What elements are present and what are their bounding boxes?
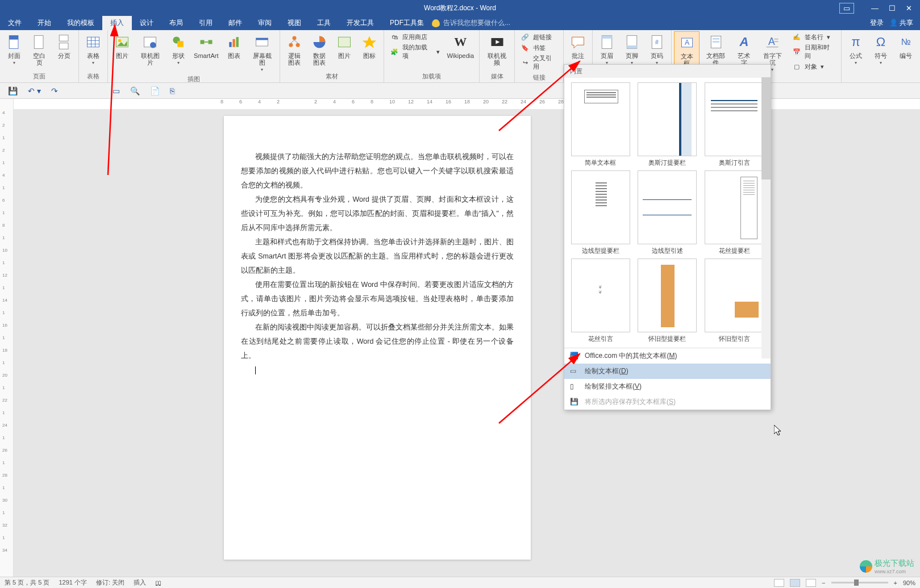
login-link[interactable]: 登录: [870, 18, 884, 28]
lang-indicator[interactable]: 🕮: [155, 579, 161, 586]
page-break-button[interactable]: 分页: [52, 31, 76, 61]
tab-design[interactable]: 设计: [132, 16, 161, 30]
gallery-item-label: 奥斯汀引言: [719, 159, 750, 167]
svg-rect-35: [602, 36, 613, 39]
gallery-scrollbar[interactable]: [761, 77, 771, 358]
symbol-button[interactable]: Ω符号▾: [869, 31, 893, 67]
picture-button[interactable]: 图片: [110, 31, 134, 61]
comment-button[interactable]: 批注: [566, 31, 590, 61]
equation-button[interactable]: π公式▾: [844, 31, 868, 67]
title-bar: Word教程2.docx - Word ▭ — ☐ ✕: [0, 0, 920, 16]
svg-rect-37: [627, 45, 638, 48]
footer-button[interactable]: 页脚▾: [620, 31, 644, 67]
addin-icon: 🧩: [390, 47, 399, 56]
online-video-button[interactable]: 联机视频: [482, 31, 512, 68]
maximize-icon[interactable]: ☐: [889, 4, 896, 12]
gallery-item-8[interactable]: 怀旧型引言: [701, 257, 767, 344]
zoom-in-button[interactable]: +: [894, 579, 897, 586]
tab-home[interactable]: 开始: [30, 16, 59, 30]
gallery-item-4[interactable]: 边线型引述: [635, 169, 701, 256]
object-button[interactable]: ▢对象 ▾: [792, 62, 835, 71]
data-chart-button[interactable]: 数据 图表: [307, 31, 331, 68]
gallery-item-1[interactable]: 奥斯汀提要栏: [635, 81, 701, 168]
tab-developer[interactable]: 开发工具: [339, 16, 382, 30]
tell-me[interactable]: 告诉我您想要做什么...: [432, 16, 510, 30]
chart-button[interactable]: 图表: [222, 31, 246, 61]
revision-status[interactable]: 修订: 关闭: [96, 578, 124, 587]
tab-insert[interactable]: 插入: [102, 16, 132, 30]
page[interactable]: 视频提供了功能强大的方法帮助您证明您的观点。当您单击联机视频时，可以在想要添加的…: [224, 116, 531, 560]
redo-icon[interactable]: ↷: [51, 86, 58, 95]
tab-tools[interactable]: 工具: [309, 16, 339, 30]
tab-view[interactable]: 视图: [280, 16, 309, 30]
logic-chart-button[interactable]: 逻辑 图表: [282, 31, 306, 68]
blank-page-button[interactable]: 空白页: [27, 31, 52, 68]
svg-rect-18: [208, 40, 212, 44]
svg-rect-22: [236, 37, 238, 47]
signature-button[interactable]: ✍签名行 ▾: [792, 32, 835, 41]
word-count[interactable]: 1291 个字: [59, 578, 87, 587]
gallery-item-3[interactable]: 边线型提要栏: [568, 169, 634, 256]
tab-file[interactable]: 文件: [0, 16, 30, 30]
tab-mail[interactable]: 邮件: [220, 16, 250, 30]
header-button[interactable]: 页眉▾: [595, 31, 619, 67]
tab-references[interactable]: 引用: [191, 16, 220, 30]
insert-mode[interactable]: 插入: [134, 578, 146, 587]
gallery-item-0[interactable]: 简单文本框: [568, 81, 634, 168]
zoom-slider[interactable]: [831, 582, 888, 583]
tab-pdf[interactable]: PDF工具集: [382, 16, 432, 30]
close-icon[interactable]: ✕: [906, 4, 912, 12]
gallery-item-2[interactable]: 奥斯汀引言: [701, 81, 767, 168]
bookmark-button[interactable]: 🔖书签: [521, 43, 557, 52]
online-picture-button[interactable]: 联机图片: [135, 31, 165, 68]
minimize-icon[interactable]: —: [871, 4, 879, 12]
page-scroll[interactable]: 视频提供了功能强大的方法帮助您证明您的观点。当您单击联机视频时，可以在想要添加的…: [14, 99, 920, 577]
share-button[interactable]: 👤 共享: [889, 18, 913, 28]
icon-button[interactable]: 图标: [357, 31, 381, 61]
hyperlink-button[interactable]: 🔗超链接: [521, 32, 557, 41]
screenshot-button[interactable]: 屏幕截图▾: [247, 31, 277, 74]
save-icon[interactable]: 💾: [8, 86, 18, 95]
page-number-button[interactable]: #页码▾: [645, 31, 669, 67]
qat-btn-3[interactable]: 📄: [150, 86, 160, 95]
crossref-button[interactable]: ↪交叉引用: [521, 54, 557, 71]
svg-point-14: [150, 42, 156, 48]
zoom-level[interactable]: 90%: [903, 579, 915, 586]
vertical-ruler[interactable]: 4212141618110112114116118120122124126128…: [0, 99, 14, 577]
more-textboxes-menuitem[interactable]: 🟦 Office.com 中的其他文本框(M) ▶: [564, 348, 771, 364]
page-indicator[interactable]: 第 5 页，共 5 页: [5, 578, 49, 587]
shapes-button[interactable]: 形状▾: [166, 31, 190, 67]
cover-page-button[interactable]: 封面▾: [2, 31, 26, 67]
material-picture-button[interactable]: 图片: [332, 31, 356, 61]
svg-rect-2: [34, 36, 43, 49]
read-mode-button[interactable]: [774, 579, 784, 587]
print-layout-button[interactable]: [790, 579, 800, 587]
tab-template[interactable]: 我的模板: [59, 16, 102, 30]
table-button[interactable]: 表格▾: [81, 31, 105, 67]
my-addins-button[interactable]: 🧩我的加载项 ▾: [390, 43, 440, 60]
zoom-out-button[interactable]: −: [822, 579, 825, 586]
gallery-item-5[interactable]: 花丝提要栏: [701, 169, 767, 256]
horizontal-ruler[interactable]: 8642246810121416182022242628303234363840…: [14, 99, 920, 109]
undo-icon[interactable]: ↶ ▾: [28, 86, 41, 95]
draw-textbox-menuitem[interactable]: ▭ 绘制文本框(D): [564, 364, 771, 379]
tab-layout[interactable]: 布局: [161, 16, 191, 30]
web-layout-button[interactable]: [806, 579, 816, 587]
datetime-button[interactable]: 📅日期和时间: [792, 43, 835, 60]
draw-vertical-textbox-menuitem[interactable]: ▯ 绘制竖排文本框(V): [564, 379, 771, 394]
qat-btn-1[interactable]: ▭: [113, 86, 120, 95]
wikipedia-button[interactable]: WWikipedia: [444, 31, 477, 61]
svg-marker-31: [363, 36, 377, 48]
qat-btn-2[interactable]: 🔍: [130, 86, 140, 95]
smartart-button[interactable]: SmartArt: [191, 31, 221, 61]
ribbon-display-options-icon[interactable]: ▭: [839, 3, 854, 14]
gallery-item-6[interactable]: 花丝引言: [568, 257, 634, 344]
number-button[interactable]: №编号: [894, 31, 918, 61]
svg-line-29: [294, 40, 298, 43]
app-store-button[interactable]: 🛍应用商店: [390, 32, 440, 41]
qat-btn-4[interactable]: ⎘: [170, 86, 174, 95]
object-icon: ▢: [792, 62, 801, 71]
watermark-logo-icon: [860, 560, 872, 573]
tab-review[interactable]: 审阅: [250, 16, 280, 30]
gallery-item-7[interactable]: 怀旧型提要栏: [635, 257, 701, 344]
